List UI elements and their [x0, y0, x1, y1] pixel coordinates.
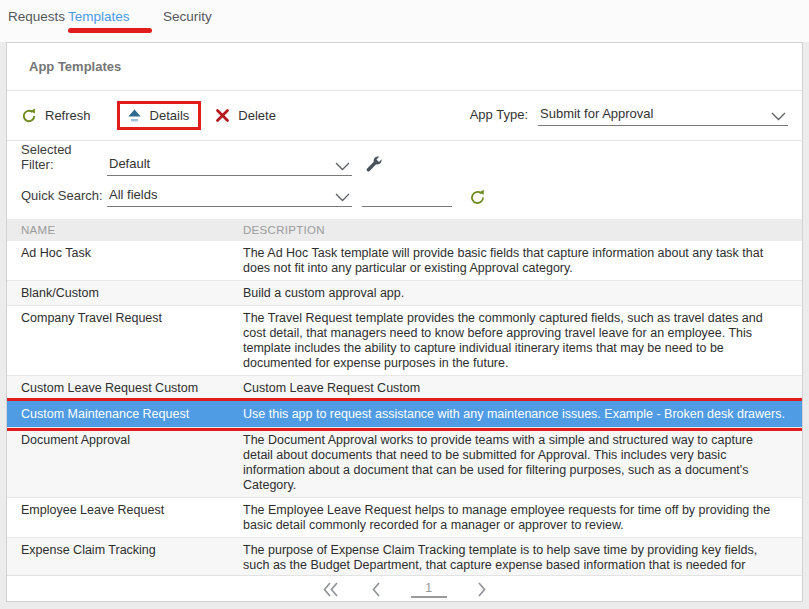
prev-page-button[interactable] [369, 581, 383, 598]
pagination-bar [7, 575, 802, 601]
app-templates-panel: App Templates Refresh Details [6, 42, 803, 602]
details-button[interactable]: Details [127, 108, 190, 123]
table-row[interactable]: Ad Hoc Task The Ad Hoc Task template wil… [7, 241, 802, 281]
details-button-label: Details [150, 108, 190, 123]
app-type-value: Submit for Approval [540, 106, 653, 121]
quick-search-label: Quick Search: [21, 188, 107, 207]
filter-settings-button[interactable] [365, 156, 383, 176]
chevron-down-icon [771, 112, 786, 121]
chevron-right-icon [475, 581, 489, 598]
row-name: Ad Hoc Task [7, 245, 243, 276]
table-row-selected[interactable]: Custom Maintenance Request Use this app … [7, 401, 802, 428]
row-name: Company Travel Request [7, 310, 243, 371]
tab-requests[interactable]: Requests [8, 9, 68, 24]
page-title: App Templates [29, 59, 121, 74]
tab-bar: Requests Templates Security [0, 0, 809, 42]
tab-requests-label: Requests [8, 9, 65, 24]
tab-templates[interactable]: Templates [68, 9, 152, 24]
column-header-name[interactable]: NAME [7, 224, 243, 236]
refresh-button[interactable]: Refresh [21, 108, 91, 124]
column-header-description[interactable]: DESCRIPTION [243, 224, 802, 236]
row-description: Custom Leave Request Custom [243, 380, 802, 396]
quick-search-input[interactable] [362, 188, 452, 207]
tab-security[interactable]: Security [163, 9, 212, 24]
delete-button-label: Delete [238, 108, 276, 123]
row-name: Blank/Custom [7, 285, 243, 301]
table-row[interactable]: Expense Claim Tracking The purpose of Ex… [7, 538, 802, 575]
quick-search-refresh-button[interactable] [469, 189, 486, 207]
app-type-label: App Type: [470, 107, 528, 126]
app-type-select[interactable]: Submit for Approval [538, 106, 788, 126]
selected-filter-select[interactable]: Default [107, 156, 352, 176]
row-description: The Travel Request template provides the… [243, 310, 802, 371]
selected-filter-label: Selected Filter: [21, 142, 107, 176]
row-name: Document Approval [7, 432, 243, 493]
row-description: The purpose of Expense Claim Tracking te… [243, 542, 802, 575]
panel-header: App Templates [7, 43, 802, 91]
toolbar: Refresh Details Delete A [7, 91, 802, 141]
chevron-left-icon [369, 581, 383, 598]
double-chevron-left-icon [321, 581, 341, 598]
row-description: The Ad Hoc Task template will provide ba… [243, 245, 802, 276]
delete-icon [215, 108, 230, 123]
tab-templates-label: Templates [68, 9, 130, 24]
table-header: NAME DESCRIPTION [7, 219, 802, 241]
row-name: Custom Leave Request Custom [7, 380, 243, 396]
first-page-button[interactable] [321, 581, 341, 598]
table-row[interactable]: Blank/Custom Build a custom approval app… [7, 281, 802, 306]
row-description: The Employee Leave Request helps to mana… [243, 502, 802, 533]
details-icon [127, 108, 142, 123]
filter-section: Selected Filter: Default Quick Search: A… [7, 141, 802, 219]
chevron-down-icon [335, 162, 350, 171]
active-tab-underline-annotation [68, 28, 152, 33]
refresh-button-label: Refresh [45, 108, 91, 123]
row-description: Use this app to request assistance with … [243, 406, 802, 422]
table-row[interactable]: Document Approval The Document Approval … [7, 428, 802, 498]
refresh-icon [21, 108, 37, 124]
next-page-button[interactable] [475, 581, 489, 598]
table-body: Ad Hoc Task The Ad Hoc Task template wil… [7, 241, 802, 575]
row-name: Expense Claim Tracking [7, 542, 243, 575]
quick-search-field-value: All fields [109, 187, 157, 202]
row-name: Custom Maintenance Request [7, 406, 243, 422]
quick-search-row: Quick Search: All fields [21, 179, 788, 207]
table-row[interactable]: Company Travel Request The Travel Reques… [7, 306, 802, 376]
delete-button[interactable]: Delete [215, 108, 276, 123]
chevron-down-icon [335, 193, 350, 202]
search-refresh-icon [469, 189, 486, 206]
selected-filter-row: Selected Filter: Default [21, 148, 788, 176]
page-number-input[interactable] [411, 580, 447, 598]
row-description: The Document Approval works to provide t… [243, 432, 802, 493]
details-annotation-box: Details [117, 101, 202, 130]
tab-security-label: Security [163, 9, 212, 24]
row-name: Employee Leave Request [7, 502, 243, 533]
selected-filter-value: Default [109, 156, 150, 171]
table-row[interactable]: Custom Leave Request Custom Custom Leave… [7, 376, 802, 401]
quick-search-field-select[interactable]: All fields [107, 187, 352, 207]
wrench-icon [365, 156, 383, 174]
row-description: Build a custom approval app. [243, 285, 802, 301]
table-row[interactable]: Employee Leave Request The Employee Leav… [7, 498, 802, 538]
app-type-group: App Type: Submit for Approval [470, 106, 788, 126]
